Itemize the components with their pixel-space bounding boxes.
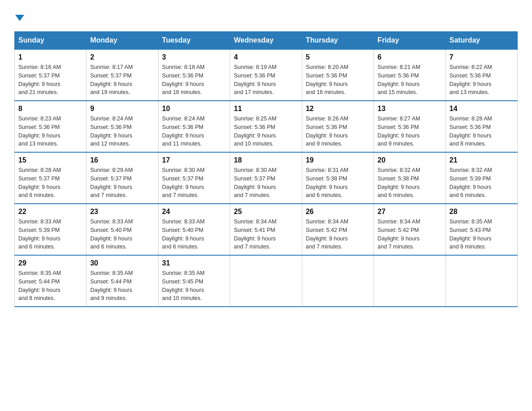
day-info: Sunrise: 8:35 AM Sunset: 5:43 PM Dayligh… [450, 218, 514, 251]
day-number: 31 [162, 259, 226, 267]
day-info: Sunrise: 8:35 AM Sunset: 5:45 PM Dayligh… [162, 269, 226, 303]
day-number: 8 [18, 105, 82, 113]
day-info: Sunrise: 8:35 AM Sunset: 5:44 PM Dayligh… [90, 269, 154, 303]
day-number: 14 [450, 105, 514, 113]
table-row: 16 Sunrise: 8:29 AM Sunset: 5:37 PM Dayl… [86, 152, 158, 204]
day-number: 20 [378, 156, 442, 164]
table-row: 4 Sunrise: 8:19 AM Sunset: 5:36 PM Dayli… [230, 49, 302, 101]
col-monday: Monday [86, 32, 158, 50]
calendar-week-5: 29 Sunrise: 8:35 AM Sunset: 5:44 PM Dayl… [15, 255, 518, 307]
col-thursday: Thursday [302, 32, 373, 50]
day-number: 27 [378, 208, 442, 216]
day-info: Sunrise: 8:27 AM Sunset: 5:36 PM Dayligh… [378, 115, 442, 148]
day-info: Sunrise: 8:34 AM Sunset: 5:42 PM Dayligh… [306, 218, 370, 251]
day-info: Sunrise: 8:26 AM Sunset: 5:36 PM Dayligh… [306, 115, 370, 148]
logo-general-line [14, 11, 24, 23]
table-row: 2 Sunrise: 8:17 AM Sunset: 5:37 PM Dayli… [86, 49, 158, 101]
day-number: 6 [378, 53, 442, 61]
day-info: Sunrise: 8:29 AM Sunset: 5:37 PM Dayligh… [90, 166, 154, 200]
day-info: Sunrise: 8:24 AM Sunset: 5:36 PM Dayligh… [162, 115, 226, 148]
table-row: 27 Sunrise: 8:34 AM Sunset: 5:42 PM Dayl… [374, 204, 446, 255]
day-number: 22 [18, 208, 82, 216]
table-row: 31 Sunrise: 8:35 AM Sunset: 5:45 PM Dayl… [158, 255, 230, 307]
day-info: Sunrise: 8:30 AM Sunset: 5:37 PM Dayligh… [162, 166, 226, 200]
day-info: Sunrise: 8:31 AM Sunset: 5:38 PM Dayligh… [306, 166, 370, 200]
day-info: Sunrise: 8:28 AM Sunset: 5:36 PM Dayligh… [450, 115, 514, 148]
day-info: Sunrise: 8:20 AM Sunset: 5:36 PM Dayligh… [306, 63, 370, 97]
day-number: 11 [234, 105, 298, 113]
calendar-body: 1 Sunrise: 8:16 AM Sunset: 5:37 PM Dayli… [15, 49, 518, 307]
day-number: 4 [234, 53, 298, 61]
table-row: 30 Sunrise: 8:35 AM Sunset: 5:44 PM Dayl… [86, 255, 158, 307]
day-info: Sunrise: 8:32 AM Sunset: 5:38 PM Dayligh… [378, 166, 442, 200]
day-number: 2 [90, 53, 154, 61]
day-number: 3 [162, 53, 226, 61]
day-number: 13 [378, 105, 442, 113]
logo [14, 11, 24, 23]
table-row [302, 255, 373, 307]
day-number: 19 [306, 156, 370, 164]
day-info: Sunrise: 8:17 AM Sunset: 5:37 PM Dayligh… [90, 63, 154, 97]
table-row: 29 Sunrise: 8:35 AM Sunset: 5:44 PM Dayl… [15, 255, 86, 307]
col-wednesday: Wednesday [230, 32, 302, 50]
table-row: 23 Sunrise: 8:33 AM Sunset: 5:40 PM Dayl… [86, 204, 158, 255]
table-row: 11 Sunrise: 8:25 AM Sunset: 5:36 PM Dayl… [230, 101, 302, 152]
table-row: 10 Sunrise: 8:24 AM Sunset: 5:36 PM Dayl… [158, 101, 230, 152]
day-info: Sunrise: 8:33 AM Sunset: 5:40 PM Dayligh… [90, 218, 154, 251]
logo-triangle-icon [15, 15, 24, 21]
day-info: Sunrise: 8:18 AM Sunset: 5:36 PM Dayligh… [162, 63, 226, 97]
table-row: 7 Sunrise: 8:22 AM Sunset: 5:36 PM Dayli… [446, 49, 517, 101]
table-row: 28 Sunrise: 8:35 AM Sunset: 5:43 PM Dayl… [446, 204, 517, 255]
table-row: 5 Sunrise: 8:20 AM Sunset: 5:36 PM Dayli… [302, 49, 373, 101]
day-number: 17 [162, 156, 226, 164]
page-header [14, 11, 518, 23]
table-row: 12 Sunrise: 8:26 AM Sunset: 5:36 PM Dayl… [302, 101, 373, 152]
day-number: 30 [90, 259, 154, 267]
table-row [230, 255, 302, 307]
table-row: 17 Sunrise: 8:30 AM Sunset: 5:37 PM Dayl… [158, 152, 230, 204]
day-info: Sunrise: 8:16 AM Sunset: 5:37 PM Dayligh… [18, 63, 82, 97]
calendar-header: Sunday Monday Tuesday Wednesday Thursday… [15, 32, 518, 50]
table-row: 18 Sunrise: 8:30 AM Sunset: 5:37 PM Dayl… [230, 152, 302, 204]
day-number: 23 [90, 208, 154, 216]
day-info: Sunrise: 8:34 AM Sunset: 5:41 PM Dayligh… [234, 218, 298, 251]
day-number: 1 [18, 53, 82, 61]
day-info: Sunrise: 8:34 AM Sunset: 5:42 PM Dayligh… [378, 218, 442, 251]
day-info: Sunrise: 8:35 AM Sunset: 5:44 PM Dayligh… [18, 269, 82, 303]
table-row: 22 Sunrise: 8:33 AM Sunset: 5:39 PM Dayl… [15, 204, 86, 255]
day-number: 24 [162, 208, 226, 216]
day-info: Sunrise: 8:25 AM Sunset: 5:36 PM Dayligh… [234, 115, 298, 148]
table-row: 15 Sunrise: 8:28 AM Sunset: 5:37 PM Dayl… [15, 152, 86, 204]
calendar-week-3: 15 Sunrise: 8:28 AM Sunset: 5:37 PM Dayl… [15, 152, 518, 204]
header-row: Sunday Monday Tuesday Wednesday Thursday… [15, 32, 518, 50]
day-info: Sunrise: 8:33 AM Sunset: 5:40 PM Dayligh… [162, 218, 226, 251]
calendar-table: Sunday Monday Tuesday Wednesday Thursday… [14, 31, 518, 307]
day-number: 9 [90, 105, 154, 113]
table-row: 14 Sunrise: 8:28 AM Sunset: 5:36 PM Dayl… [446, 101, 517, 152]
table-row: 8 Sunrise: 8:23 AM Sunset: 5:36 PM Dayli… [15, 101, 86, 152]
col-tuesday: Tuesday [158, 32, 230, 50]
day-number: 5 [306, 53, 370, 61]
table-row: 6 Sunrise: 8:21 AM Sunset: 5:36 PM Dayli… [374, 49, 446, 101]
day-number: 21 [450, 156, 514, 164]
day-number: 25 [234, 208, 298, 216]
table-row: 13 Sunrise: 8:27 AM Sunset: 5:36 PM Dayl… [374, 101, 446, 152]
table-row [446, 255, 517, 307]
col-friday: Friday [374, 32, 446, 50]
day-info: Sunrise: 8:19 AM Sunset: 5:36 PM Dayligh… [234, 63, 298, 97]
day-number: 15 [18, 156, 82, 164]
day-info: Sunrise: 8:21 AM Sunset: 5:36 PM Dayligh… [378, 63, 442, 97]
col-saturday: Saturday [446, 32, 517, 50]
table-row: 3 Sunrise: 8:18 AM Sunset: 5:36 PM Dayli… [158, 49, 230, 101]
day-number: 29 [18, 259, 82, 267]
day-info: Sunrise: 8:22 AM Sunset: 5:36 PM Dayligh… [450, 63, 514, 97]
calendar-week-4: 22 Sunrise: 8:33 AM Sunset: 5:39 PM Dayl… [15, 204, 518, 255]
table-row: 1 Sunrise: 8:16 AM Sunset: 5:37 PM Dayli… [15, 49, 86, 101]
day-number: 10 [162, 105, 226, 113]
table-row: 20 Sunrise: 8:32 AM Sunset: 5:38 PM Dayl… [374, 152, 446, 204]
day-number: 16 [90, 156, 154, 164]
day-info: Sunrise: 8:30 AM Sunset: 5:37 PM Dayligh… [234, 166, 298, 200]
day-number: 26 [306, 208, 370, 216]
day-number: 7 [450, 53, 514, 61]
day-info: Sunrise: 8:32 AM Sunset: 5:39 PM Dayligh… [450, 166, 514, 200]
